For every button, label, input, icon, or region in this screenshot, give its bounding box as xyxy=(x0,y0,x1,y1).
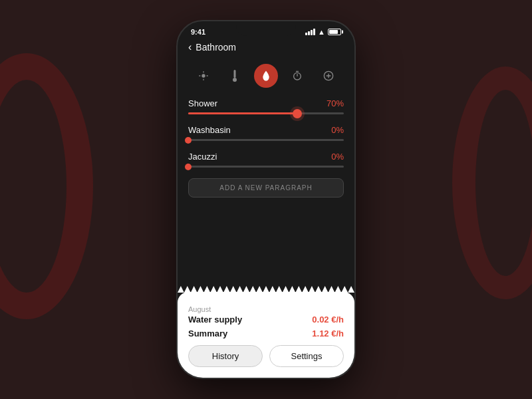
svg-point-6 xyxy=(233,78,237,82)
receipt-zigzag xyxy=(178,286,354,293)
history-button[interactable]: History xyxy=(188,345,263,367)
receipt-water-supply-row: Water supply 0.02 €/h xyxy=(188,315,344,325)
svg-point-7 xyxy=(293,72,301,80)
receipt-water-supply-value: 0.02 €/h xyxy=(312,315,344,325)
jacuzzi-control: Jacuzzi 0% xyxy=(188,152,344,168)
receipt-summary-row: Summary 1.12 €/h xyxy=(188,329,344,338)
settings-button[interactable]: Settings xyxy=(269,345,344,367)
tab-temperature[interactable] xyxy=(223,64,247,88)
tab-add[interactable] xyxy=(317,64,340,88)
washbasin-control: Washbasin 0% xyxy=(188,125,344,141)
receipt-month: August xyxy=(188,305,211,313)
jacuzzi-slider[interactable] xyxy=(188,166,344,168)
washbasin-value: 0% xyxy=(331,125,344,135)
washbasin-slider[interactable] xyxy=(188,139,344,141)
signal-icon xyxy=(305,29,315,35)
washbasin-label: Washbasin xyxy=(188,125,231,135)
add-paragraph-button[interactable]: ADD A NEW PARAGRAPH xyxy=(188,178,344,198)
shower-slider[interactable] xyxy=(188,112,344,114)
receipt-summary-label: Summary xyxy=(188,329,227,338)
status-icons: ▲ xyxy=(305,28,341,36)
receipt-actions: History Settings xyxy=(188,345,344,367)
notch xyxy=(236,21,296,36)
receipt-water-supply-label: Water supply xyxy=(188,315,242,325)
tab-water[interactable] xyxy=(254,64,278,88)
shower-value: 70% xyxy=(327,98,344,108)
status-time: 9:41 xyxy=(191,28,205,36)
shower-label: Shower xyxy=(188,98,217,108)
battery-icon xyxy=(328,29,341,35)
tab-bar xyxy=(178,59,354,93)
navigation: ‹ Bathroom xyxy=(178,39,354,59)
shower-control: Shower 70% xyxy=(188,98,344,114)
wifi-icon: ▲ xyxy=(318,28,325,36)
back-button[interactable]: ‹ xyxy=(188,41,192,53)
bg-decoration-left xyxy=(0,53,93,319)
svg-point-0 xyxy=(202,74,205,77)
nav-title: Bathroom xyxy=(196,42,236,53)
controls-section: Shower 70% Washbasin 0% xyxy=(178,93,354,208)
receipt-summary-value: 1.12 €/h xyxy=(312,329,344,338)
bg-decoration-right xyxy=(452,66,532,299)
tab-timer[interactable] xyxy=(285,64,309,88)
tab-light[interactable] xyxy=(192,64,215,88)
jacuzzi-value: 0% xyxy=(331,152,344,162)
receipt-panel: August Water supply 0.02 €/h Summary 1.1… xyxy=(178,292,354,378)
phone-frame: 9:41 ▲ ‹ Bathroom xyxy=(176,20,356,379)
svg-rect-5 xyxy=(234,70,236,78)
jacuzzi-label: Jacuzzi xyxy=(188,152,217,162)
